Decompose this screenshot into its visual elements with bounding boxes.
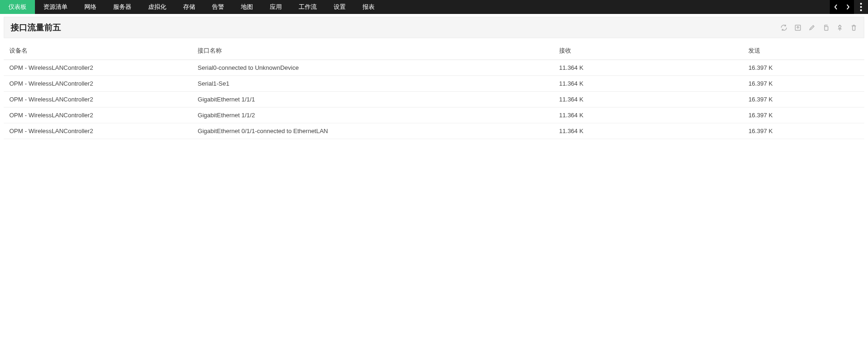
nav-item-label: 设置: [334, 3, 346, 11]
export-button[interactable]: [794, 24, 801, 31]
cell-tx: 16.397 K: [744, 60, 864, 76]
cell-tx: 16.397 K: [744, 107, 864, 123]
col-tx[interactable]: 发送: [744, 42, 864, 60]
cell-interface: GigabitEthernet 1/1/1: [193, 92, 554, 107]
cell-rx: 11.364 K: [554, 107, 744, 123]
chevron-right-icon: [846, 4, 850, 10]
export-icon: [794, 24, 801, 31]
cell-tx: 16.397 K: [744, 123, 864, 139]
widget-header: 接口流量前五: [4, 17, 864, 38]
nav-item-label: 存储: [183, 3, 195, 11]
delete-button[interactable]: [850, 24, 857, 31]
col-interface[interactable]: 接口名称: [193, 42, 554, 60]
nav-item-storage[interactable]: 存储: [175, 0, 204, 14]
cell-tx: 16.397 K: [744, 92, 864, 107]
nav-item-label: 告警: [212, 3, 224, 11]
cell-tx: 16.397 K: [744, 76, 864, 92]
copy-icon: [822, 24, 829, 31]
cell-interface: GigabitEthernet 1/1/2: [193, 107, 554, 123]
interface-traffic-table-wrap: 设备名 接口名称 接收 发送 OPM - WirelessLANControll…: [4, 42, 864, 139]
nav-item-label: 应用: [270, 3, 282, 11]
cell-device: OPM - WirelessLANController2: [4, 92, 193, 107]
nav-item-apps[interactable]: 应用: [261, 0, 290, 14]
kebab-icon: [860, 3, 862, 11]
nav-item-inventory[interactable]: 资源清单: [35, 0, 76, 14]
cell-interface: GigabitEthernet 0/1/1-connected to Ether…: [193, 123, 554, 139]
cell-interface: Serial1-Se1: [193, 76, 554, 92]
refresh-button[interactable]: [780, 24, 787, 31]
table-header-row: 设备名 接口名称 接收 发送: [4, 42, 864, 60]
table-row[interactable]: OPM - WirelessLANController2 Serial0-con…: [4, 60, 864, 76]
chevron-left-icon: [834, 4, 838, 10]
edit-icon: [808, 24, 815, 31]
pin-button[interactable]: [836, 24, 843, 31]
nav-arrow-group: [830, 0, 854, 14]
nav-item-label: 网络: [84, 3, 96, 11]
cell-rx: 11.364 K: [554, 60, 744, 76]
nav-next-button[interactable]: [842, 0, 854, 14]
refresh-icon: [780, 24, 787, 31]
nav-item-label: 服务器: [113, 3, 131, 11]
copy-button[interactable]: [822, 24, 829, 31]
nav-item-virtualization[interactable]: 虚拟化: [140, 0, 175, 14]
cell-interface: Serial0-connected to UnknownDevice: [193, 60, 554, 76]
cell-rx: 11.364 K: [554, 92, 744, 107]
navbar-spacer: [383, 0, 830, 14]
nav-item-alarms[interactable]: 告警: [204, 0, 232, 14]
interface-traffic-table: 设备名 接口名称 接收 发送 OPM - WirelessLANControll…: [4, 42, 864, 139]
nav-item-network[interactable]: 网络: [76, 0, 105, 14]
nav-item-label: 资源清单: [43, 3, 68, 11]
nav-item-label: 报表: [362, 3, 375, 11]
table-row[interactable]: OPM - WirelessLANController2 GigabitEthe…: [4, 123, 864, 139]
nav-more-button[interactable]: [854, 0, 868, 14]
nav-item-workflow[interactable]: 工作流: [290, 0, 325, 14]
col-device[interactable]: 设备名: [4, 42, 193, 60]
table-row[interactable]: OPM - WirelessLANController2 GigabitEthe…: [4, 92, 864, 107]
nav-item-label: 地图: [241, 3, 253, 11]
svg-rect-2: [824, 26, 828, 30]
nav-item-reports[interactable]: 报表: [354, 0, 383, 14]
cell-rx: 11.364 K: [554, 76, 744, 92]
edit-button[interactable]: [808, 24, 815, 31]
nav-item-label: 仪表板: [8, 3, 27, 11]
cell-device: OPM - WirelessLANController2: [4, 60, 193, 76]
delete-icon: [850, 24, 857, 31]
nav-item-servers[interactable]: 服务器: [105, 0, 140, 14]
col-rx[interactable]: 接收: [554, 42, 744, 60]
widget-title: 接口流量前五: [11, 22, 780, 33]
nav-item-dashboard[interactable]: 仪表板: [0, 0, 35, 14]
nav-item-settings[interactable]: 设置: [325, 0, 354, 14]
nav-prev-button[interactable]: [830, 0, 842, 14]
cell-device: OPM - WirelessLANController2: [4, 76, 193, 92]
cell-rx: 11.364 K: [554, 123, 744, 139]
nav-item-label: 工作流: [299, 3, 317, 11]
cell-device: OPM - WirelessLANController2: [4, 107, 193, 123]
widget-actions: [780, 24, 857, 31]
table-row[interactable]: OPM - WirelessLANController2 GigabitEthe…: [4, 107, 864, 123]
cell-device: OPM - WirelessLANController2: [4, 123, 193, 139]
table-row[interactable]: OPM - WirelessLANController2 Serial1-Se1…: [4, 76, 864, 92]
pin-icon: [836, 24, 843, 31]
top-navbar: 仪表板 资源清单 网络 服务器 虚拟化 存储 告警 地图 应用 工作流 设置 报…: [0, 0, 868, 14]
nav-item-label: 虚拟化: [148, 3, 166, 11]
nav-item-maps[interactable]: 地图: [232, 0, 261, 14]
